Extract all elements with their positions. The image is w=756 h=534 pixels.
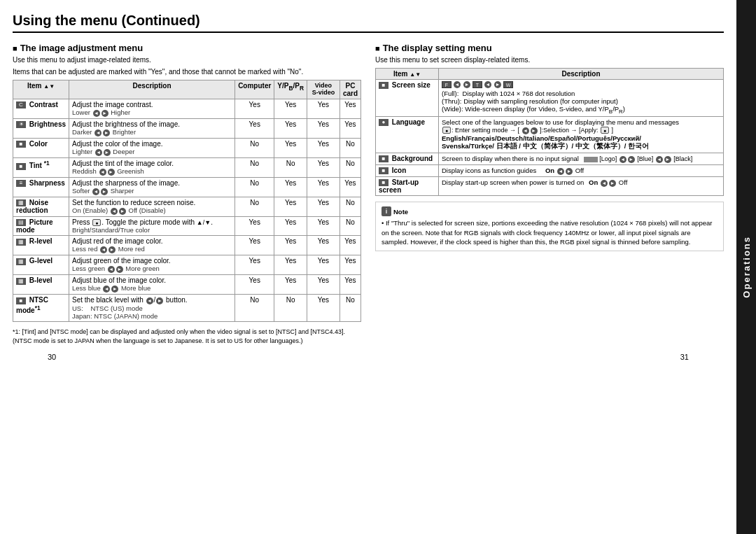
tint-icon: ■ [16,163,26,170]
thru-icon: T [472,81,482,88]
table-row: C Contrast Adjust the image contrast. Lo… [13,99,361,119]
operations-sidebar: Operations [736,0,756,534]
background-icon: ■ [379,155,388,162]
language-icon: ● [379,119,388,126]
desc-rlevel: Adjust red of the image color. Less red … [69,236,235,255]
th-pccard: PC card [340,80,360,99]
table-row: ■ NTSC mode*1 Set the black level with ◄… [13,295,361,322]
image-adjustment-desc2: Items that can be adjusted are marked wi… [13,68,361,76]
desc-picture: Press ●. Toggle the picture mode with ▲/… [69,217,235,236]
image-adjustment-heading: The image adjustment menu [13,43,361,53]
page-title: Using the menu (Continued) [13,13,724,33]
desc-icon: Display icons as function guides On ◄► O… [439,164,724,176]
table-row: ▤ Picturemode Press ●. Toggle the pictur… [13,217,361,236]
desc-noise: Set the function to reduce screen noise.… [69,197,235,217]
noise-icon: ▦ [16,199,26,206]
note-section: i Note • If "Thru" is selected for scree… [375,202,724,251]
icon-setting-icon: ■ [379,167,388,174]
th-computer: Computer [235,80,274,99]
desc-blevel: Adjust blue of the image color. Less blu… [69,275,235,295]
table-row: ■ Screen size F ◄ ► T ◄ ► [376,80,724,117]
table-row: ▦ R-level Adjust red of the image color.… [13,236,361,255]
table-row: ▦ G-level Adjust green of the image colo… [13,255,361,275]
left-footnote: *1: [Tint] and [NTSC mode] can be displa… [13,328,361,345]
th-description: Description [69,80,235,99]
brightness-icon: ☀ [16,121,26,128]
ntsc-icon: ■ [16,297,26,304]
contrast-icon: C [16,101,26,108]
desc-startup: Display start-up screen when power is tu… [439,176,724,195]
rlevel-icon: ▦ [16,239,26,246]
th-item-right: Item ▲▼ [376,69,439,80]
desc-sharpness: Adjust the sharpness of the image. Softe… [69,178,235,197]
wide-icon: W [503,81,513,88]
desc-brightness: Adjust the brightness of the image. Dark… [69,119,235,139]
display-setting-table: Item ▲▼ Description ■ Screen size [375,68,724,196]
operations-label: Operations [741,236,752,298]
blevel-icon: ▦ [16,278,26,285]
th-video: VideoS-video [307,80,340,99]
note-icon: i [382,206,391,216]
desc-color: Adjust the color of the image. Lighter ◄… [69,139,235,158]
table-row: ■ Start-up screen Display start-up scree… [376,176,724,195]
item-startup-screen: ■ Start-up screen [376,176,439,195]
display-setting-desc: Use this menu to set screen display-rela… [375,56,724,64]
main-content: Using the menu (Continued) The image adj… [0,0,736,368]
desc-glevel: Adjust green of the image color. Less gr… [69,255,235,275]
item-background: ■ Background [376,153,439,164]
table-row: ▦ Noisereduction Set the function to red… [13,197,361,217]
two-column-layout: The image adjustment menu Use this menu … [13,43,724,346]
image-adjustment-desc1: Use this menu to adjust image-related it… [13,56,361,64]
desc-background: Screen to display when there is no input… [439,153,724,164]
note-content: • If "Thru" is selected for screen size,… [382,218,718,246]
sharpness-icon: ≡ [16,180,26,187]
item-color: ■ Color [13,139,69,158]
item-screen-size: ■ Screen size [376,80,439,117]
image-adjustment-table: Item ▲▼ Description Computer Y/PB/PR Vid… [13,80,361,322]
item-icon-setting: ■ Icon [376,164,439,176]
page-number-right: 31 [680,353,689,361]
table-row: ■ Background Screen to display when ther… [376,153,724,164]
page: Operations Using the menu (Continued) Th… [0,0,756,534]
item-tint: ■ Tint *1 [13,158,69,178]
full-icon: F [442,81,451,88]
picture-icon: ▤ [16,219,26,226]
glevel-icon: ▦ [16,258,26,265]
table-row: ≡ Sharpness Adjust the sharpness of the … [13,178,361,197]
color-icon: ■ [16,141,26,148]
item-brightness: ☀ Brightness [13,119,69,139]
item-sharpness: ≡ Sharpness [13,178,69,197]
note-title: i Note [382,206,718,216]
th-item: Item ▲▼ [13,80,69,99]
table-row: ● Language Select one of the languages b… [376,116,724,153]
table-row: ■ Tint *1 Adjust the tint of the image c… [13,158,361,178]
startup-icon: ■ [379,179,388,186]
item-ntsc-mode: ■ NTSC mode*1 [13,295,69,322]
item-blevel: ▦ B-level [13,275,69,295]
table-row: ■ Color Adjust the color of the image. L… [13,139,361,158]
table-row: ☀ Brightness Adjust the brightness of th… [13,119,361,139]
th-ypbpr: Y/PB/PR [274,80,307,99]
logo-bg [584,157,598,162]
th-desc-right: Description [439,69,724,80]
screensize-icon: ■ [379,82,388,89]
item-rlevel: ▦ R-level [13,236,69,255]
desc-contrast: Adjust the image contrast. Lower ◄► High… [69,99,235,119]
desc-language: Select one of the languages below to use… [439,116,724,153]
desc-tint: Adjust the tint of the image color. Redd… [69,158,235,178]
item-glevel: ▦ G-level [13,255,69,275]
table-row: ▦ B-level Adjust blue of the image color… [13,275,361,295]
desc-screen-size: F ◄ ► T ◄ ► W (Full): Display with 1024 … [439,80,724,117]
page-numbers: 30 31 [13,353,724,361]
table-row: ■ Icon Display icons as function guides … [376,164,724,176]
right-column: The display setting menu Use this menu t… [375,43,724,346]
item-picture-mode: ▤ Picturemode [13,217,69,236]
desc-ntsc: Set the black level with ◄/► button. US:… [69,295,235,322]
item-noise-reduction: ▦ Noisereduction [13,197,69,217]
item-language: ● Language [376,116,439,153]
left-column: The image adjustment menu Use this menu … [13,43,361,346]
display-setting-heading: The display setting menu [375,43,724,53]
page-number-left: 30 [48,353,56,361]
item-contrast: C Contrast [13,99,69,119]
